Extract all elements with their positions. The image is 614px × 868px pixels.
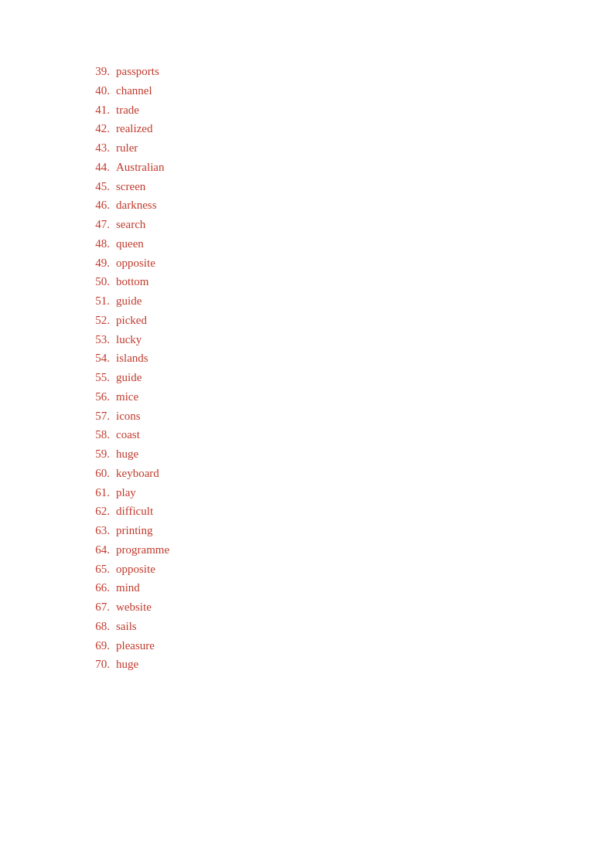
list-item: 42.realized xyxy=(77,119,614,138)
list-number: 41. xyxy=(77,100,116,120)
list-word: search xyxy=(116,215,145,234)
list-item: 54.islands xyxy=(77,349,614,368)
list-item: 43.ruler xyxy=(77,138,614,158)
list-number: 53. xyxy=(77,330,116,349)
list-number: 42. xyxy=(77,119,116,138)
list-word: huge xyxy=(116,444,138,464)
list-item: 66.mind xyxy=(77,578,614,597)
list-item: 58.coast xyxy=(77,425,614,444)
word-list: 39.passports40.channel41.trade42.realize… xyxy=(0,0,614,736)
list-number: 59. xyxy=(77,444,116,464)
list-number: 60. xyxy=(77,464,116,483)
list-item: 48.queen xyxy=(77,234,614,254)
list-word: lucky xyxy=(116,330,142,349)
list-number: 50. xyxy=(77,272,116,291)
list-word: sails xyxy=(116,617,137,636)
list-word: realized xyxy=(116,119,152,138)
list-item: 62.difficult xyxy=(77,502,614,521)
list-word: picked xyxy=(116,311,147,330)
list-item: 59.huge xyxy=(77,444,614,464)
list-number: 46. xyxy=(77,196,116,215)
list-number: 70. xyxy=(77,655,116,674)
list-word: icons xyxy=(116,407,141,426)
list-number: 44. xyxy=(77,158,116,177)
list-number: 69. xyxy=(77,636,116,655)
list-number: 64. xyxy=(77,540,116,560)
list-item: 46.darkness xyxy=(77,196,614,215)
list-item: 55.guide xyxy=(77,368,614,387)
list-item: 63.printing xyxy=(77,521,614,540)
list-item: 39.passports xyxy=(77,62,614,81)
list-number: 56. xyxy=(77,387,116,407)
list-number: 52. xyxy=(77,311,116,330)
list-number: 66. xyxy=(77,578,116,597)
list-number: 43. xyxy=(77,138,116,158)
list-item: 52.picked xyxy=(77,311,614,330)
list-word: huge xyxy=(116,655,138,674)
list-item: 70.huge xyxy=(77,655,614,674)
list-word: keyboard xyxy=(116,464,159,483)
list-word: printing xyxy=(116,521,153,540)
list-number: 54. xyxy=(77,349,116,368)
list-word: mind xyxy=(116,578,140,597)
list-number: 55. xyxy=(77,368,116,387)
list-item: 64.programme xyxy=(77,540,614,560)
list-number: 58. xyxy=(77,425,116,444)
list-item: 50.bottom xyxy=(77,272,614,291)
list-word: play xyxy=(116,483,136,502)
list-number: 47. xyxy=(77,215,116,234)
list-number: 51. xyxy=(77,291,116,311)
list-item: 57.icons xyxy=(77,407,614,426)
list-item: 53.lucky xyxy=(77,330,614,349)
list-word: queen xyxy=(116,234,144,254)
list-word: Australian xyxy=(116,158,164,177)
list-item: 47.search xyxy=(77,215,614,234)
list-item: 40.channel xyxy=(77,81,614,100)
list-number: 39. xyxy=(77,62,116,81)
list-word: opposite xyxy=(116,560,155,579)
list-word: guide xyxy=(116,368,142,387)
list-word: screen xyxy=(116,177,145,196)
list-word: passports xyxy=(116,62,159,81)
list-item: 68.sails xyxy=(77,617,614,636)
list-word: trade xyxy=(116,100,139,120)
list-item: 67.website xyxy=(77,597,614,617)
list-item: 44.Australian xyxy=(77,158,614,177)
list-item: 65.opposite xyxy=(77,560,614,579)
list-word: channel xyxy=(116,81,152,100)
list-number: 48. xyxy=(77,234,116,254)
list-number: 57. xyxy=(77,407,116,426)
list-word: coast xyxy=(116,425,140,444)
list-number: 68. xyxy=(77,617,116,636)
list-word: ruler xyxy=(116,138,138,158)
list-item: 69.pleasure xyxy=(77,636,614,655)
list-number: 40. xyxy=(77,81,116,100)
list-word: islands xyxy=(116,349,148,368)
list-number: 45. xyxy=(77,177,116,196)
list-item: 56.mice xyxy=(77,387,614,407)
list-number: 63. xyxy=(77,521,116,540)
list-item: 60.keyboard xyxy=(77,464,614,483)
list-number: 61. xyxy=(77,483,116,502)
list-word: pleasure xyxy=(116,636,155,655)
list-number: 65. xyxy=(77,560,116,579)
list-word: mice xyxy=(116,387,138,407)
list-item: 41.trade xyxy=(77,100,614,120)
list-word: programme xyxy=(116,540,169,560)
list-number: 49. xyxy=(77,254,116,273)
list-word: darkness xyxy=(116,196,157,215)
list-word: guide xyxy=(116,291,142,311)
list-word: opposite xyxy=(116,254,155,273)
list-item: 51.guide xyxy=(77,291,614,311)
list-item: 61.play xyxy=(77,483,614,502)
list-word: website xyxy=(116,597,152,617)
list-word: difficult xyxy=(116,502,153,521)
list-number: 67. xyxy=(77,597,116,617)
list-word: bottom xyxy=(116,272,149,291)
list-item: 49.opposite xyxy=(77,254,614,273)
list-number: 62. xyxy=(77,502,116,521)
list-item: 45.screen xyxy=(77,177,614,196)
